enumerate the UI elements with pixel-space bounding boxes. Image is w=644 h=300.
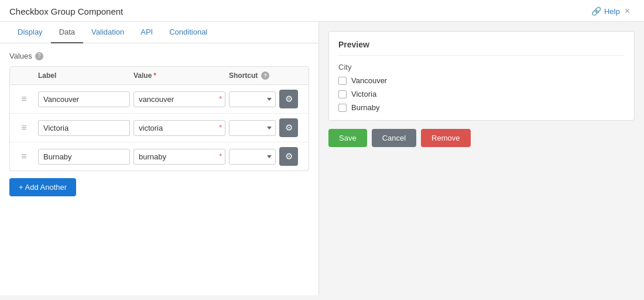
value-input-wrapper-2: * (133, 120, 225, 136)
help-link[interactable]: 🔗 Help (591, 6, 620, 16)
drag-handle-1[interactable]: ≡ (13, 94, 35, 104)
save-button[interactable]: Save (328, 129, 367, 147)
preview-checkbox-item-victoria[interactable]: Victoria (338, 90, 625, 98)
table-row: ≡ * ⚙ (10, 85, 309, 114)
title-right-actions: 🔗 Help × (591, 6, 635, 16)
tabs-bar: Display Data Validation API Conditional (0, 22, 318, 43)
preview-checkbox-group: Vancouver Victoria Burnaby (338, 76, 625, 112)
preview-checkbox-vancouver[interactable] (338, 77, 347, 85)
remove-button[interactable]: Remove (421, 129, 470, 147)
close-icon[interactable]: × (625, 6, 630, 16)
table-header: Label Value * Shortcut ? (10, 67, 309, 85)
external-link-icon: 🔗 (591, 6, 601, 16)
value-input-2[interactable] (133, 120, 225, 136)
tab-data[interactable]: Data (51, 22, 83, 43)
preview-checkbox-item-burnaby[interactable]: Burnaby (338, 103, 625, 112)
table-row: ≡ * ⚙ (10, 114, 309, 142)
values-table: Label Value * Shortcut ? ≡ (9, 66, 309, 171)
value-input-1[interactable] (133, 91, 225, 107)
main-layout: Display Data Validation API Conditional … (0, 22, 644, 295)
drag-handle-2[interactable]: ≡ (13, 122, 35, 133)
values-help-icon[interactable]: ? (35, 52, 43, 60)
gear-button-3[interactable]: ⚙ (279, 147, 298, 166)
column-label-header: Label (38, 71, 130, 80)
label-input-1[interactable] (38, 91, 130, 107)
column-shortcut-header: Shortcut ? (229, 71, 276, 80)
gear-button-2[interactable]: ⚙ (279, 118, 298, 137)
value-input-3[interactable] (133, 149, 225, 165)
tab-display[interactable]: Display (9, 22, 51, 43)
preview-checkbox-burnaby[interactable] (338, 104, 347, 112)
action-buttons: Save Cancel Remove (328, 129, 635, 147)
preview-box: Preview City Vancouver Victoria Burnaby (328, 31, 635, 121)
label-input-wrapper-3 (38, 149, 130, 165)
gear-button-1[interactable]: ⚙ (279, 90, 298, 108)
right-panel: Preview City Vancouver Victoria Burnaby … (319, 22, 644, 295)
shortcut-dropdown-1[interactable] (229, 91, 276, 107)
shortcut-help-icon[interactable]: ? (261, 71, 269, 80)
value-req-star-3: * (219, 152, 222, 161)
preview-title: Preview (338, 40, 625, 56)
add-another-button[interactable]: + Add Another (9, 178, 76, 196)
tab-conditional[interactable]: Conditional (161, 22, 215, 43)
values-label: Values ? (9, 52, 309, 60)
preview-field-label: City (338, 63, 625, 71)
tab-api[interactable]: API (132, 22, 161, 43)
label-input-2[interactable] (38, 120, 130, 136)
preview-checkbox-victoria[interactable] (338, 90, 347, 98)
label-input-wrapper-1 (38, 91, 130, 107)
column-value-header: Value * (133, 71, 225, 80)
label-input-3[interactable] (38, 149, 130, 165)
value-req-star-2: * (219, 124, 222, 132)
cancel-button[interactable]: Cancel (372, 129, 416, 147)
value-required-star: * (153, 71, 156, 80)
preview-checkbox-item-vancouver[interactable]: Vancouver (338, 76, 625, 85)
table-row: ≡ * ⚙ (10, 142, 309, 171)
value-input-wrapper-1: * (133, 91, 225, 107)
shortcut-dropdown-3[interactable] (229, 149, 276, 165)
drag-handle-3[interactable]: ≡ (13, 151, 35, 162)
page-title: Checkbox Group Component (9, 6, 123, 16)
title-bar: Checkbox Group Component 🔗 Help × (0, 0, 644, 22)
value-req-star-1: * (219, 95, 222, 103)
tab-validation[interactable]: Validation (83, 22, 132, 43)
label-input-wrapper-2 (38, 120, 130, 136)
content-area: Values ? Label Value * Shortcut (0, 43, 318, 295)
left-panel: Display Data Validation API Conditional … (0, 22, 319, 295)
shortcut-dropdown-2[interactable] (229, 120, 276, 136)
value-input-wrapper-3: * (133, 149, 225, 165)
